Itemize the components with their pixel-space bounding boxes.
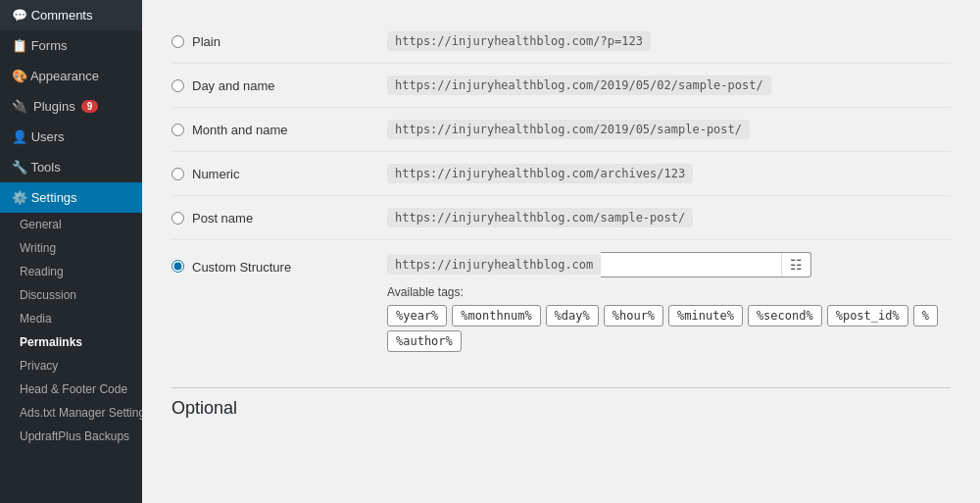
tags-row-1: %year% %monthnum% %day% %hour% %minute% …	[387, 305, 951, 327]
users-icon: 👤	[12, 129, 27, 144]
permalink-option-custom: Custom Structure https://injuryhealthblo…	[172, 240, 951, 368]
radio-month-name[interactable]	[172, 124, 184, 136]
sidebar-item-settings[interactable]: ⚙️ Settings	[0, 182, 142, 213]
label-plain[interactable]: Plain	[192, 34, 220, 49]
label-day-name[interactable]: Day and name	[192, 78, 275, 93]
permalink-option-numeric: Numeric https://injuryhealthblog.com/arc…	[172, 152, 951, 196]
plugins-icon: 🔌	[12, 99, 27, 114]
table-icon[interactable]: ☷	[781, 253, 810, 277]
tag-year[interactable]: %year%	[387, 305, 447, 327]
sidebar-sub-item-updraft[interactable]: UpdraftPlus Backups	[0, 425, 142, 448]
main-content: Plain https://injuryhealthblog.com/?p=12…	[142, 0, 980, 503]
tag-second[interactable]: %second%	[748, 305, 822, 327]
sidebar-sub-item-reading[interactable]: Reading	[0, 260, 142, 283]
tools-icon: 🔧	[12, 160, 27, 175]
url-day-name: https://injuryhealthblog.com/2019/05/02/…	[387, 75, 771, 95]
url-numeric: https://injuryhealthblog.com/archives/12…	[387, 164, 693, 183]
sidebar-item-appearance[interactable]: 🎨 Appearance	[0, 61, 142, 91]
permalink-option-month-name: Month and name https://injuryhealthblog.…	[172, 108, 951, 152]
radio-custom[interactable]	[172, 260, 184, 273]
url-month-name: https://injuryhealthblog.com/2019/05/sam…	[387, 120, 750, 139]
sidebar-item-plugins[interactable]: 🔌 Plugins 9	[0, 91, 142, 122]
sidebar-sub-item-privacy[interactable]: Privacy	[0, 354, 142, 377]
radio-day-name[interactable]	[172, 79, 184, 92]
sidebar: 💬 Comments 📋 Forms 🎨 Appearance 🔌 Plugin…	[0, 0, 142, 503]
custom-input-wrap: ☷	[601, 252, 811, 277]
comments-icon: 💬	[12, 8, 27, 23]
radio-post-name[interactable]	[172, 212, 184, 225]
url-plain: https://injuryhealthblog.com/?p=123	[387, 31, 651, 51]
url-post-name: https://injuryhealthblog.com/sample-post…	[387, 208, 693, 227]
optional-heading: Optional	[172, 387, 951, 419]
label-custom[interactable]: Custom Structure	[192, 260, 291, 275]
forms-icon: 📋	[12, 38, 27, 53]
label-month-name[interactable]: Month and name	[192, 123, 288, 137]
sidebar-item-tools[interactable]: 🔧 Tools	[0, 152, 142, 182]
custom-structure-input[interactable]	[601, 254, 781, 277]
label-numeric[interactable]: Numeric	[192, 167, 239, 181]
label-post-name[interactable]: Post name	[192, 211, 253, 226]
sidebar-sub-item-ads-txt[interactable]: Ads.txt Manager Settings	[0, 401, 142, 425]
permalink-option-post-name: Post name https://injuryhealthblog.com/s…	[172, 196, 951, 240]
permalink-option-plain: Plain https://injuryhealthblog.com/?p=12…	[172, 20, 951, 64]
sidebar-sub-item-writing[interactable]: Writing	[0, 236, 142, 260]
permalink-option-day-name: Day and name https://injuryhealthblog.co…	[172, 64, 951, 108]
sidebar-sub-item-discussion[interactable]: Discussion	[0, 283, 142, 307]
appearance-icon: 🎨	[12, 69, 27, 83]
sidebar-sub-item-permalinks[interactable]: Permalinks	[0, 330, 142, 354]
tag-author[interactable]: %author%	[387, 330, 462, 352]
tag-monthnum[interactable]: %monthnum%	[452, 305, 540, 327]
plugins-badge: 9	[81, 100, 99, 113]
tags-row-2: %author%	[387, 330, 951, 352]
tags-label: Available tags:	[387, 285, 951, 299]
tag-extra[interactable]: %	[913, 305, 938, 327]
sidebar-sub-item-general[interactable]: General	[0, 213, 142, 236]
sidebar-item-comments[interactable]: 💬 Comments	[0, 0, 142, 30]
tag-post-id[interactable]: %post_id%	[827, 305, 908, 327]
custom-url-prefix: https://injuryhealthblog.com	[387, 255, 601, 275]
tag-day[interactable]: %day%	[546, 305, 599, 327]
sidebar-item-users[interactable]: 👤 Users	[0, 122, 142, 152]
radio-plain[interactable]	[172, 35, 184, 48]
settings-icon: ⚙️	[12, 190, 27, 205]
radio-numeric[interactable]	[172, 168, 184, 180]
tag-hour[interactable]: %hour%	[604, 305, 663, 327]
sidebar-item-forms[interactable]: 📋 Forms	[0, 30, 142, 61]
tag-minute[interactable]: %minute%	[668, 305, 743, 327]
sidebar-sub-item-head-footer[interactable]: Head & Footer Code	[0, 377, 142, 401]
sidebar-sub-item-media[interactable]: Media	[0, 307, 142, 330]
